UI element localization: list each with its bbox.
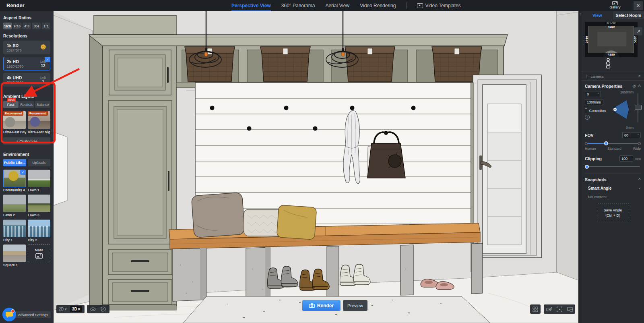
clipping-slider-knob[interactable] bbox=[585, 165, 589, 169]
fov-mark-wide: Wide bbox=[633, 147, 641, 151]
scene-3d-viewport[interactable] bbox=[54, 11, 578, 323]
mode-2d-button[interactable]: 2D▾ bbox=[59, 307, 67, 311]
aspect-16-9[interactable]: 16:9 bbox=[3, 23, 12, 29]
aspect-ratio-chips: 16:9 9:16 4:3 3:4 1:1 bbox=[3, 23, 50, 29]
tab-video-rendering[interactable]: Video Rendering bbox=[360, 0, 396, 11]
focus-button[interactable] bbox=[556, 306, 563, 313]
preview-button[interactable]: Preview bbox=[343, 300, 367, 311]
minimap-expand-button[interactable]: ↗ bbox=[634, 27, 642, 35]
pillow-yellow bbox=[277, 205, 316, 240]
aspect-9-16[interactable]: 9:16 bbox=[13, 23, 21, 29]
tab-aerial-view[interactable]: Aerial View bbox=[325, 0, 349, 11]
tab-select-room[interactable]: Select Room bbox=[613, 11, 644, 19]
compass-icon bbox=[101, 306, 106, 312]
eye-icon bbox=[90, 307, 96, 311]
env-item-city-1[interactable]: City 1 bbox=[3, 219, 26, 242]
no-content-label: No content. bbox=[588, 195, 641, 199]
camera-height-input[interactable]: 1300mm bbox=[585, 99, 603, 105]
selected-check-icon: ✓ bbox=[45, 57, 50, 62]
mode-3d-button[interactable]: 3D▾ bbox=[70, 306, 82, 312]
preset-ultra-fast-night[interactable]: Recommend Ultra-Fast Night bbox=[28, 111, 50, 134]
visibility-toggle-button[interactable] bbox=[89, 306, 97, 312]
tab-360-panorama[interactable]: 360° Panorama bbox=[281, 0, 315, 11]
camera-panel-header[interactable]: ⋮ camera ↗ bbox=[582, 72, 644, 81]
env-tab-uploads[interactable]: Uploads bbox=[28, 159, 51, 166]
panel-expand-icon[interactable]: ↗ bbox=[638, 74, 641, 78]
env-item-lawn-2[interactable]: Lawn 2 bbox=[3, 195, 26, 217]
env-tab-public-library[interactable]: Public Libr... bbox=[3, 159, 26, 166]
camera-person-icon bbox=[582, 58, 634, 68]
env-selected-check-icon: ✓ bbox=[20, 170, 26, 175]
minimap-dim-top: 4880 bbox=[608, 25, 615, 29]
gallery-button[interactable]: Gallery bbox=[607, 0, 623, 9]
chevron-down-icon: ▾ bbox=[65, 307, 67, 311]
ambient-tab-balance[interactable]: Balance bbox=[35, 101, 50, 108]
right-wall bbox=[557, 11, 578, 280]
fov-mark-standard: Standard bbox=[607, 147, 621, 151]
env-item-more[interactable]: More bbox=[28, 244, 50, 267]
ambient-tab-realistic[interactable]: Realistic bbox=[19, 101, 35, 108]
chat-support-button[interactable] bbox=[2, 308, 16, 321]
aspect-1-1[interactable]: 1:1 bbox=[42, 23, 50, 29]
room-minimap[interactable]: ◁ ⬭ ▷ 4880 2440 3590 4880 bbox=[585, 22, 638, 57]
clipping-input[interactable]: 100 bbox=[619, 155, 633, 162]
ambient-lights-tabs: New Fast Realistic Balance bbox=[3, 101, 50, 108]
fov-input[interactable]: 60 ° bbox=[622, 132, 641, 138]
env-item-community-4[interactable]: ✓ Community 4 bbox=[3, 170, 26, 192]
viewport-canvas[interactable]: 2D▾ 3D▾ bbox=[54, 11, 578, 323]
smart-angle-toggle-icon[interactable]: ▴ bbox=[638, 187, 640, 190]
fov-slider[interactable] bbox=[585, 141, 641, 145]
cabinet-handle bbox=[168, 171, 169, 191]
cabinet-handle bbox=[167, 67, 169, 83]
fov-slider-knob[interactable] bbox=[604, 141, 608, 145]
env-item-lawn-3[interactable]: Lawn 3 bbox=[28, 195, 50, 217]
clipping-slider[interactable] bbox=[585, 165, 641, 169]
slider-camera-handle[interactable] bbox=[635, 105, 642, 110]
reset-icon[interactable]: ↺ bbox=[632, 84, 636, 89]
env-item-city-2[interactable]: City 2 bbox=[28, 219, 50, 242]
close-button[interactable]: ✕ bbox=[634, 1, 643, 10]
pillow-gray bbox=[191, 193, 245, 238]
gallery-icon bbox=[612, 1, 618, 5]
smart-angle-label: Smart Angle bbox=[588, 186, 612, 190]
environment-title: Environment bbox=[3, 152, 50, 157]
orbit-compass-button[interactable] bbox=[100, 306, 107, 312]
environment-grid: ✓ Community 4 Lawn 1 Lawn 2 Lawn 3 City … bbox=[3, 170, 50, 267]
viewport-mode-controls: 2D▾ 3D▾ bbox=[56, 305, 109, 313]
panel-drag-handle[interactable]: ⋮ bbox=[578, 11, 582, 323]
display-button[interactable] bbox=[567, 306, 573, 313]
aspect-4-3[interactable]: 4:3 bbox=[23, 23, 31, 29]
customize-button[interactable]: + Customize bbox=[3, 137, 50, 145]
resolution-4k-uhd[interactable]: 4k UHD 3840*2160 Left 1 bbox=[3, 73, 50, 87]
correction-checkbox[interactable] bbox=[585, 108, 587, 113]
render-button[interactable]: Render bbox=[302, 300, 341, 311]
grid-view-button[interactable] bbox=[532, 306, 539, 313]
snapshots-collapse-icon[interactable]: ^ bbox=[638, 177, 641, 182]
grid-icon bbox=[533, 306, 538, 312]
tab-view[interactable]: View bbox=[582, 11, 613, 19]
env-item-square-1[interactable]: Square 1 bbox=[3, 244, 26, 267]
save-angle-button[interactable]: Save Angle (Ctrl + D) bbox=[597, 203, 629, 222]
info-icon[interactable]: i bbox=[585, 115, 590, 120]
camera-rotation-input[interactable]: 0 ° bbox=[585, 91, 601, 97]
camera-height-slider[interactable] bbox=[636, 93, 640, 122]
preset-ultra-fast-daylight[interactable]: Recommend Ultra-Fast Dayli... bbox=[3, 111, 26, 134]
env-item-lawn-1[interactable]: Lawn 1 bbox=[28, 170, 50, 192]
left-sidebar: Aspect Ratios 16:9 9:16 4:3 3:4 1:1 Reso… bbox=[0, 11, 54, 323]
coin-icon bbox=[41, 44, 46, 50]
advanced-settings-button[interactable]: ⚙ Advanced Settings bbox=[10, 311, 51, 318]
aspect-3-4[interactable]: 3:4 bbox=[32, 23, 41, 29]
resolution-1k-sd[interactable]: 1k SD 1024*576 bbox=[3, 41, 50, 54]
tab-perspective-view[interactable]: Perspective View bbox=[231, 0, 271, 11]
resolution-2k-hd[interactable]: 2k HD 1920*1080 Left 12 ✓ bbox=[3, 57, 50, 70]
tab-video-templates[interactable]: Video Templates bbox=[417, 0, 460, 11]
topbar-divider bbox=[406, 2, 407, 9]
notification-dot bbox=[11, 309, 14, 313]
wall-panel bbox=[54, 132, 67, 205]
new-badge: New bbox=[7, 98, 16, 102]
collapse-icon[interactable]: ^ bbox=[638, 84, 641, 89]
left-wall bbox=[54, 11, 93, 310]
ambient-presets: Recommend Ultra-Fast Dayli... Recommend … bbox=[3, 111, 50, 134]
measure-button[interactable] bbox=[546, 306, 552, 313]
drawer-handle bbox=[131, 290, 149, 292]
